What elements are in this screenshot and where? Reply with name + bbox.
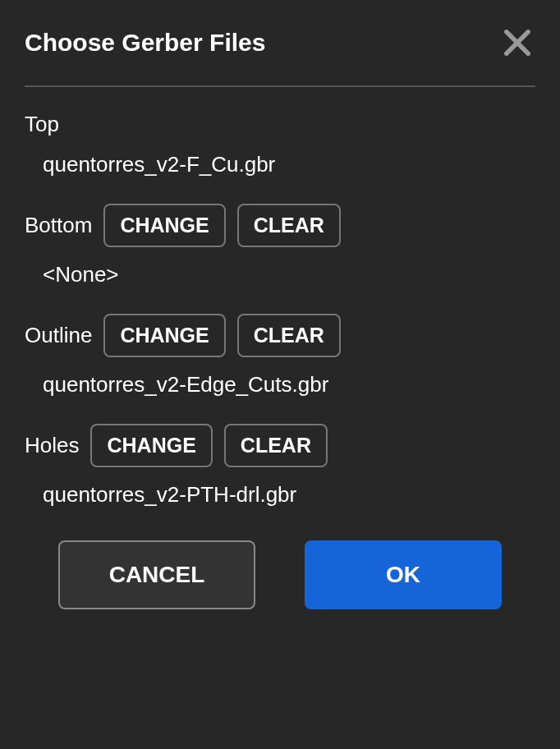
gerber-dialog: Choose Gerber Files Top quentorres_v2-F_… — [0, 0, 560, 749]
section-top-row: Top — [25, 112, 535, 137]
close-button[interactable] — [499, 25, 535, 61]
outline-label: Outline — [25, 323, 92, 348]
dialog-footer: CANCEL OK — [25, 540, 535, 609]
holes-label: Holes — [25, 433, 79, 458]
holes-clear-button[interactable]: CLEAR — [224, 424, 328, 467]
top-file-value: quentorres_v2-F_Cu.gbr — [25, 152, 535, 177]
section-outline-row: Outline CHANGE CLEAR — [25, 314, 535, 357]
bottom-clear-button[interactable]: CLEAR — [237, 204, 341, 247]
holes-change-button[interactable]: CHANGE — [90, 424, 212, 467]
section-holes-row: Holes CHANGE CLEAR — [25, 424, 535, 467]
bottom-change-button[interactable]: CHANGE — [103, 204, 225, 247]
bottom-label: Bottom — [25, 213, 92, 238]
holes-file-value: quentorres_v2-PTH-drl.gbr — [25, 482, 535, 508]
section-outline: Outline CHANGE CLEAR quentorres_v2-Edge_… — [25, 314, 535, 397]
section-bottom-row: Bottom CHANGE CLEAR — [25, 204, 535, 247]
section-bottom: Bottom CHANGE CLEAR <None> — [25, 204, 535, 287]
section-top: Top quentorres_v2-F_Cu.gbr — [25, 112, 535, 177]
dialog-title: Choose Gerber Files — [25, 29, 265, 57]
top-label: Top — [25, 112, 59, 137]
ok-button[interactable]: OK — [305, 540, 502, 609]
cancel-button[interactable]: CANCEL — [58, 540, 255, 609]
bottom-file-value: <None> — [25, 262, 535, 287]
outline-file-value: quentorres_v2-Edge_Cuts.gbr — [25, 372, 535, 397]
close-icon — [499, 25, 535, 61]
outline-change-button[interactable]: CHANGE — [103, 314, 225, 357]
dialog-header: Choose Gerber Files — [25, 25, 535, 87]
section-holes: Holes CHANGE CLEAR quentorres_v2-PTH-drl… — [25, 424, 535, 508]
outline-clear-button[interactable]: CLEAR — [237, 314, 341, 357]
